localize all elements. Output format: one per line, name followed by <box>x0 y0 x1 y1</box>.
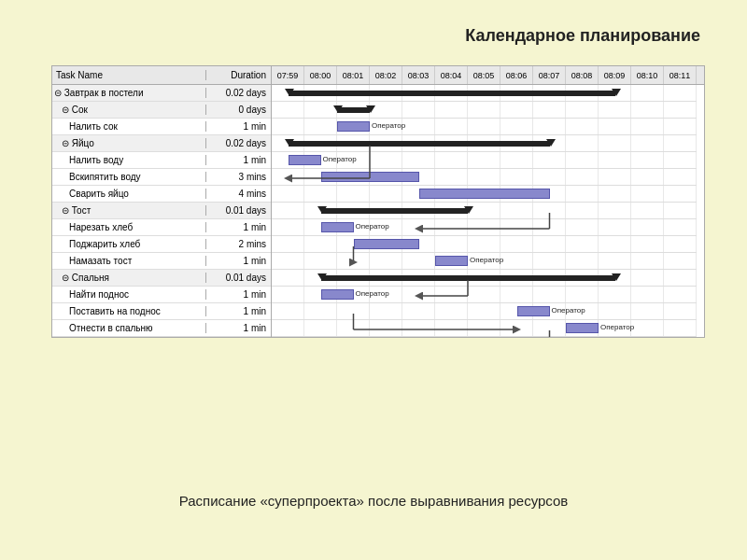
table-row: Сварить яйцо4 mins <box>52 186 271 203</box>
summary-diamond-left <box>317 273 327 281</box>
bar-label: Оператор <box>372 121 405 130</box>
task-duration: 4 mins <box>206 189 270 199</box>
table-row: Нарезать хлеб1 min <box>52 219 271 236</box>
chart-row <box>272 270 697 287</box>
table-row: Налить сок1 min <box>52 119 271 135</box>
table-row: ⊝ Сок0 days <box>52 102 271 119</box>
summary-diamond-left <box>285 89 294 96</box>
time-label: 08:10 <box>631 66 664 84</box>
page-title: Календарное планирование <box>465 26 700 46</box>
table-row: Намазать тост1 min <box>52 253 271 270</box>
task-bar <box>435 256 468 266</box>
task-bar <box>321 172 419 182</box>
chart-row: Оператор <box>272 303 697 320</box>
summary-bar <box>289 141 550 147</box>
task-name: Отнести в спальню <box>52 323 206 333</box>
task-name: ⊝ Спальня <box>52 273 206 283</box>
summary-diamond-left <box>317 206 327 214</box>
task-name: ⊝ Сок <box>52 105 206 115</box>
chart-row <box>272 186 697 203</box>
task-duration: 0.01 days <box>206 205 270 216</box>
gantt-chart: Task Name Duration ⊝ Завтрак в постели0.… <box>51 65 705 338</box>
table-row: Найти поднос1 min <box>52 287 271 303</box>
summary-diamond-left <box>285 139 294 147</box>
task-name: Поставить на поднос <box>52 306 206 316</box>
time-label: 08:05 <box>468 66 500 84</box>
task-duration: 1 min <box>206 323 270 333</box>
chart-rows-container: ОператорОператорОператорОператорОператор… <box>272 85 704 337</box>
chart-row: Оператор <box>272 219 697 236</box>
table-row: ⊝ Завтрак в постели0.02 days <box>52 85 271 102</box>
task-duration: 1 min <box>206 222 270 232</box>
task-name: Нарезать хлеб <box>52 222 206 232</box>
task-bar <box>354 239 419 249</box>
chart-row: Оператор <box>272 152 697 169</box>
task-duration: 1 min <box>206 289 270 300</box>
table-row: ⊝ Тост0.01 days <box>52 203 271 219</box>
table-row: Отнести в спальню1 min <box>52 320 271 337</box>
bar-label: Оператор <box>356 222 389 231</box>
task-name: Налить воду <box>52 155 206 165</box>
col-duration: Duration <box>206 70 270 80</box>
time-label: 08:02 <box>370 66 402 84</box>
summary-bar <box>289 91 615 96</box>
time-label: 08:07 <box>533 66 566 84</box>
task-bar <box>566 323 599 333</box>
task-duration: 3 mins <box>206 172 270 182</box>
chart-area: 07:5908:0008:0108:0208:0308:0408:0508:06… <box>272 66 704 337</box>
task-name: Вскипятить воду <box>52 172 206 182</box>
bar-label: Оператор <box>470 256 503 264</box>
chart-row: Оператор <box>272 287 697 303</box>
summary-bar <box>321 208 469 214</box>
bar-label: Оператор <box>323 155 357 163</box>
bar-label: Оператор <box>552 306 585 315</box>
time-label: 08:06 <box>500 66 533 84</box>
task-bar <box>337 121 370 132</box>
task-duration: 1 min <box>206 256 270 266</box>
time-label: 08:00 <box>304 66 337 84</box>
task-name: ⊝ Яйцо <box>52 138 206 148</box>
task-name: Намазать тост <box>52 256 206 266</box>
task-duration: 0.01 days <box>206 273 270 283</box>
summary-bar <box>321 275 615 281</box>
task-bar <box>321 222 354 232</box>
task-duration: 1 min <box>206 306 270 316</box>
task-duration: 1 min <box>206 155 270 165</box>
time-label: 08:04 <box>435 66 468 84</box>
col-taskname: Task Name <box>52 70 206 80</box>
task-bar <box>289 155 321 165</box>
time-label: 08:11 <box>664 66 697 84</box>
chart-row <box>272 236 697 253</box>
table-row: Вскипятить воду3 mins <box>52 169 271 186</box>
time-label: 08:03 <box>402 66 435 84</box>
time-label: 08:09 <box>599 66 631 84</box>
summary-diamond-right <box>612 273 621 281</box>
task-bar <box>517 306 550 316</box>
task-name: Поджарить хлеб <box>52 239 206 249</box>
table-row: Поджарить хлеб2 mins <box>52 236 271 253</box>
task-name: Налить сок <box>52 121 206 132</box>
table-header: Task Name Duration <box>52 66 271 85</box>
chart-row <box>272 102 697 119</box>
chart-row <box>272 203 697 219</box>
summary-diamond-left <box>333 105 343 113</box>
time-label: 08:01 <box>337 66 370 84</box>
task-name: ⊝ Тост <box>52 205 206 216</box>
task-duration: 0.02 days <box>206 138 270 148</box>
task-name: Найти поднос <box>52 289 206 300</box>
chart-row <box>272 135 697 152</box>
task-duration: 2 mins <box>206 239 270 249</box>
chart-row: Оператор <box>272 320 697 337</box>
task-duration: 1 min <box>206 121 270 132</box>
chart-row <box>272 169 697 186</box>
table-row: ⊝ Яйцо0.02 days <box>52 135 271 152</box>
time-label: 08:08 <box>566 66 599 84</box>
summary-diamond-right <box>366 105 375 113</box>
bar-label: Оператор <box>600 323 634 331</box>
summary-diamond-right <box>612 89 621 96</box>
task-bar <box>419 189 550 199</box>
caption-text: Расписание «суперпроекта» после выравнив… <box>0 493 747 509</box>
chart-row: Оператор <box>272 119 697 135</box>
summary-diamond-right <box>546 139 556 147</box>
task-name: ⊝ Завтрак в постели <box>52 88 206 98</box>
